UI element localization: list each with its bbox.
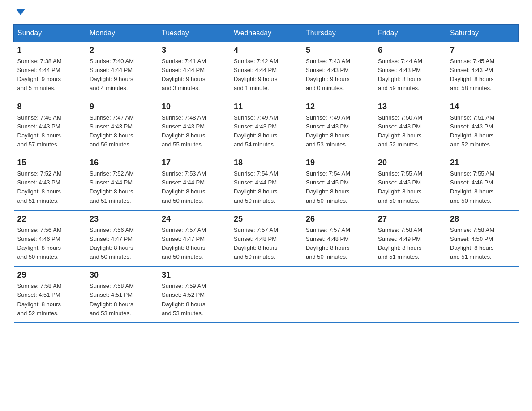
day-info: Sunrise: 7:58 AMSunset: 4:50 PMDaylight:… bbox=[450, 226, 515, 262]
day-number: 20 bbox=[378, 158, 442, 167]
calendar-cell: 11Sunrise: 7:49 AMSunset: 4:43 PMDayligh… bbox=[230, 98, 302, 154]
week-row-2: 8Sunrise: 7:46 AMSunset: 4:43 PMDaylight… bbox=[14, 98, 519, 154]
day-info: Sunrise: 7:55 AMSunset: 4:45 PMDaylight:… bbox=[378, 169, 442, 206]
calendar-cell bbox=[230, 266, 302, 323]
day-info: Sunrise: 7:58 AMSunset: 4:51 PMDaylight:… bbox=[17, 282, 82, 318]
day-info: Sunrise: 7:55 AMSunset: 4:46 PMDaylight:… bbox=[450, 169, 515, 206]
calendar-table: SundayMondayTuesdayWednesdayThursdayFrid… bbox=[13, 24, 519, 323]
calendar-cell: 27Sunrise: 7:58 AMSunset: 4:49 PMDayligh… bbox=[374, 210, 446, 267]
day-number: 5 bbox=[306, 46, 370, 55]
logo bbox=[13, 9, 25, 15]
calendar-cell: 28Sunrise: 7:58 AMSunset: 4:50 PMDayligh… bbox=[446, 210, 519, 267]
day-info: Sunrise: 7:51 AMSunset: 4:43 PMDaylight:… bbox=[450, 113, 515, 150]
calendar-cell: 29Sunrise: 7:58 AMSunset: 4:51 PMDayligh… bbox=[14, 266, 86, 323]
week-row-4: 22Sunrise: 7:56 AMSunset: 4:46 PMDayligh… bbox=[14, 210, 519, 267]
day-number: 4 bbox=[234, 46, 298, 55]
day-number: 7 bbox=[450, 46, 515, 55]
calendar-cell: 26Sunrise: 7:57 AMSunset: 4:48 PMDayligh… bbox=[302, 210, 374, 267]
day-number: 27 bbox=[378, 214, 442, 224]
day-info: Sunrise: 7:44 AMSunset: 4:43 PMDaylight:… bbox=[378, 57, 442, 93]
calendar-cell: 17Sunrise: 7:53 AMSunset: 4:44 PMDayligh… bbox=[158, 154, 230, 210]
day-info: Sunrise: 7:53 AMSunset: 4:44 PMDaylight:… bbox=[162, 169, 226, 206]
calendar-cell bbox=[302, 266, 374, 323]
day-number: 22 bbox=[17, 214, 82, 224]
day-number: 10 bbox=[162, 102, 226, 111]
calendar-cell: 14Sunrise: 7:51 AMSunset: 4:43 PMDayligh… bbox=[446, 98, 519, 154]
day-number: 14 bbox=[450, 102, 515, 111]
day-number: 23 bbox=[90, 214, 154, 224]
day-info: Sunrise: 7:57 AMSunset: 4:48 PMDaylight:… bbox=[306, 226, 370, 262]
day-info: Sunrise: 7:38 AMSunset: 4:44 PMDaylight:… bbox=[17, 57, 82, 93]
day-info: Sunrise: 7:59 AMSunset: 4:52 PMDaylight:… bbox=[162, 282, 226, 318]
day-info: Sunrise: 7:54 AMSunset: 4:44 PMDaylight:… bbox=[234, 169, 298, 206]
day-info: Sunrise: 7:57 AMSunset: 4:48 PMDaylight:… bbox=[234, 226, 298, 262]
day-info: Sunrise: 7:56 AMSunset: 4:46 PMDaylight:… bbox=[17, 226, 82, 262]
day-info: Sunrise: 7:43 AMSunset: 4:43 PMDaylight:… bbox=[306, 57, 370, 93]
day-info: Sunrise: 7:42 AMSunset: 4:44 PMDaylight:… bbox=[234, 57, 298, 93]
day-number: 9 bbox=[90, 102, 154, 111]
day-number: 28 bbox=[450, 214, 515, 224]
day-number: 25 bbox=[234, 214, 298, 224]
calendar-cell: 24Sunrise: 7:57 AMSunset: 4:47 PMDayligh… bbox=[158, 210, 230, 267]
calendar-cell: 1Sunrise: 7:38 AMSunset: 4:44 PMDaylight… bbox=[14, 42, 86, 98]
day-info: Sunrise: 7:57 AMSunset: 4:47 PMDaylight:… bbox=[162, 226, 226, 262]
day-number: 11 bbox=[234, 102, 298, 111]
calendar-cell: 5Sunrise: 7:43 AMSunset: 4:43 PMDaylight… bbox=[302, 42, 374, 98]
logo-triangle-icon bbox=[16, 9, 25, 15]
day-info: Sunrise: 7:40 AMSunset: 4:44 PMDaylight:… bbox=[90, 57, 154, 93]
calendar-cell: 2Sunrise: 7:40 AMSunset: 4:44 PMDaylight… bbox=[86, 42, 158, 98]
day-number: 26 bbox=[306, 214, 370, 224]
day-info: Sunrise: 7:52 AMSunset: 4:44 PMDaylight:… bbox=[90, 169, 154, 206]
day-number: 13 bbox=[378, 102, 442, 111]
calendar-cell: 8Sunrise: 7:46 AMSunset: 4:43 PMDaylight… bbox=[14, 98, 86, 154]
calendar-cell: 13Sunrise: 7:50 AMSunset: 4:43 PMDayligh… bbox=[374, 98, 446, 154]
calendar-cell: 18Sunrise: 7:54 AMSunset: 4:44 PMDayligh… bbox=[230, 154, 302, 210]
calendar-cell bbox=[374, 266, 446, 323]
day-number: 1 bbox=[17, 46, 82, 55]
week-row-5: 29Sunrise: 7:58 AMSunset: 4:51 PMDayligh… bbox=[14, 266, 519, 323]
calendar-cell: 23Sunrise: 7:56 AMSunset: 4:47 PMDayligh… bbox=[86, 210, 158, 267]
day-info: Sunrise: 7:58 AMSunset: 4:51 PMDaylight:… bbox=[90, 282, 154, 318]
day-number: 17 bbox=[162, 158, 226, 167]
day-info: Sunrise: 7:54 AMSunset: 4:45 PMDaylight:… bbox=[306, 169, 370, 206]
calendar-header-row: SundayMondayTuesdayWednesdayThursdayFrid… bbox=[14, 25, 519, 42]
header-thursday: Thursday bbox=[302, 25, 374, 42]
calendar-cell: 30Sunrise: 7:58 AMSunset: 4:51 PMDayligh… bbox=[86, 266, 158, 323]
calendar-cell: 15Sunrise: 7:52 AMSunset: 4:43 PMDayligh… bbox=[14, 154, 86, 210]
day-number: 16 bbox=[90, 158, 154, 167]
day-number: 6 bbox=[378, 46, 442, 55]
day-info: Sunrise: 7:52 AMSunset: 4:43 PMDaylight:… bbox=[17, 169, 82, 206]
day-number: 21 bbox=[450, 158, 515, 167]
day-number: 12 bbox=[306, 102, 370, 111]
calendar-cell: 12Sunrise: 7:49 AMSunset: 4:43 PMDayligh… bbox=[302, 98, 374, 154]
day-info: Sunrise: 7:46 AMSunset: 4:43 PMDaylight:… bbox=[17, 113, 82, 150]
day-number: 31 bbox=[162, 270, 226, 280]
calendar-cell: 31Sunrise: 7:59 AMSunset: 4:52 PMDayligh… bbox=[158, 266, 230, 323]
day-info: Sunrise: 7:41 AMSunset: 4:44 PMDaylight:… bbox=[162, 57, 226, 93]
header-saturday: Saturday bbox=[446, 25, 519, 42]
calendar-cell: 4Sunrise: 7:42 AMSunset: 4:44 PMDaylight… bbox=[230, 42, 302, 98]
calendar-cell: 6Sunrise: 7:44 AMSunset: 4:43 PMDaylight… bbox=[374, 42, 446, 98]
day-info: Sunrise: 7:50 AMSunset: 4:43 PMDaylight:… bbox=[378, 113, 442, 150]
day-info: Sunrise: 7:49 AMSunset: 4:43 PMDaylight:… bbox=[306, 113, 370, 150]
day-number: 3 bbox=[162, 46, 226, 55]
calendar-cell: 22Sunrise: 7:56 AMSunset: 4:46 PMDayligh… bbox=[14, 210, 86, 267]
day-number: 19 bbox=[306, 158, 370, 167]
header-wednesday: Wednesday bbox=[230, 25, 302, 42]
header-sunday: Sunday bbox=[14, 25, 86, 42]
day-number: 24 bbox=[162, 214, 226, 224]
week-row-3: 15Sunrise: 7:52 AMSunset: 4:43 PMDayligh… bbox=[14, 154, 519, 210]
calendar-cell: 21Sunrise: 7:55 AMSunset: 4:46 PMDayligh… bbox=[446, 154, 519, 210]
day-info: Sunrise: 7:45 AMSunset: 4:43 PMDaylight:… bbox=[450, 57, 515, 93]
header-friday: Friday bbox=[374, 25, 446, 42]
calendar-cell: 19Sunrise: 7:54 AMSunset: 4:45 PMDayligh… bbox=[302, 154, 374, 210]
day-number: 2 bbox=[90, 46, 154, 55]
page-header bbox=[13, 9, 519, 15]
day-number: 8 bbox=[17, 102, 82, 111]
day-number: 15 bbox=[17, 158, 82, 167]
day-number: 29 bbox=[17, 270, 82, 280]
day-number: 30 bbox=[90, 270, 154, 280]
day-info: Sunrise: 7:56 AMSunset: 4:47 PMDaylight:… bbox=[90, 226, 154, 262]
day-info: Sunrise: 7:47 AMSunset: 4:43 PMDaylight:… bbox=[90, 113, 154, 150]
calendar-cell: 16Sunrise: 7:52 AMSunset: 4:44 PMDayligh… bbox=[86, 154, 158, 210]
